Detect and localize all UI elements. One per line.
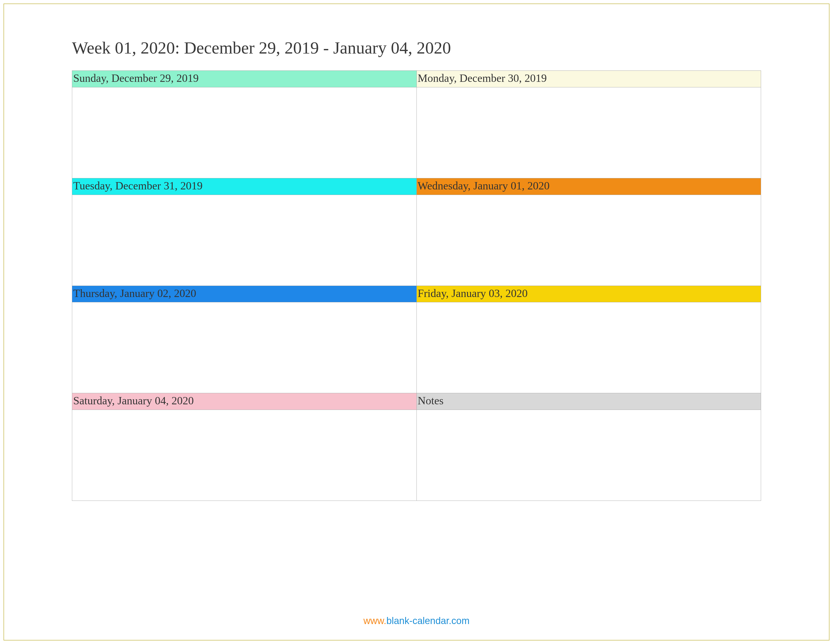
day-header-saturday: Saturday, January 04, 2020 [72, 393, 417, 410]
day-body-saturday [72, 410, 417, 501]
page-title: Week 01, 2020: December 29, 2019 - Janua… [72, 38, 761, 58]
day-header-tuesday: Tuesday, December 31, 2019 [72, 178, 417, 195]
day-header-monday: Monday, December 30, 2019 [416, 71, 761, 87]
day-body-monday [416, 87, 761, 178]
day-header-sunday: Sunday, December 29, 2019 [72, 71, 417, 87]
notes-header: Notes [416, 393, 761, 410]
day-body-thursday [72, 302, 417, 393]
footer-link: www.blank-calendar.com [0, 615, 833, 626]
calendar-content: Week 01, 2020: December 29, 2019 - Janua… [72, 38, 761, 501]
day-header-friday: Friday, January 03, 2020 [416, 286, 761, 302]
day-body-sunday [72, 87, 417, 178]
day-body-wednesday [416, 195, 761, 286]
footer-domain: blank-calendar.com [386, 615, 470, 626]
footer-www: www. [363, 615, 386, 626]
day-header-thursday: Thursday, January 02, 2020 [72, 286, 417, 302]
day-header-wednesday: Wednesday, January 01, 2020 [416, 178, 761, 195]
day-body-tuesday [72, 195, 417, 286]
day-body-friday [416, 302, 761, 393]
notes-body [416, 410, 761, 501]
weekly-calendar-table: Sunday, December 29, 2019 Monday, Decemb… [72, 71, 761, 501]
